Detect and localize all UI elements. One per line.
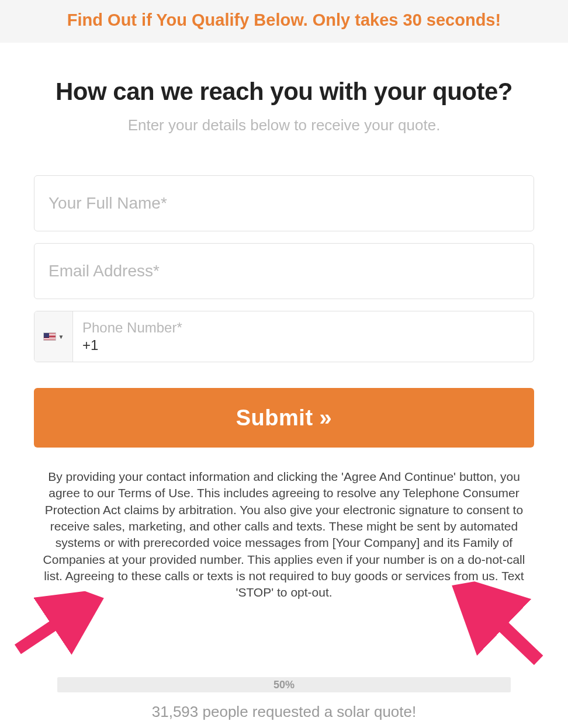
progress-label: 50%: [57, 677, 511, 692]
main-content: How can we reach you with your quote? En…: [0, 43, 568, 728]
page-title: How can we reach you with your quote?: [34, 78, 534, 106]
svg-line-1: [476, 591, 539, 669]
country-code-selector[interactable]: ▼: [34, 311, 73, 362]
tcpa-disclosure: By providing your contact information an…: [34, 469, 534, 601]
annotation-arrows: [34, 601, 534, 677]
arrow-right-icon: [445, 570, 553, 678]
submit-button[interactable]: Submit »: [34, 388, 534, 448]
chevron-down-icon: ▼: [58, 334, 64, 340]
page-subtitle: Enter your details below to receive your…: [34, 116, 534, 134]
lead-form: ▼ Phone Number* Submit » By providing yo…: [34, 175, 534, 721]
phone-label: Phone Number*: [82, 320, 524, 336]
phone-input-wrap: Phone Number*: [73, 311, 534, 362]
svg-line-0: [18, 592, 81, 665]
social-proof: 31,593 people requested a solar quote!: [34, 703, 534, 721]
banner-text: Find Out if You Qualify Below. Only take…: [67, 11, 501, 29]
progress-bar: 50%: [57, 677, 511, 692]
qualify-banner: Find Out if You Qualify Below. Only take…: [0, 0, 568, 43]
phone-field: ▼ Phone Number*: [34, 311, 534, 362]
us-flag-icon: [43, 332, 56, 341]
phone-input[interactable]: [82, 337, 524, 353]
full-name-input[interactable]: [34, 175, 534, 231]
email-input[interactable]: [34, 243, 534, 299]
